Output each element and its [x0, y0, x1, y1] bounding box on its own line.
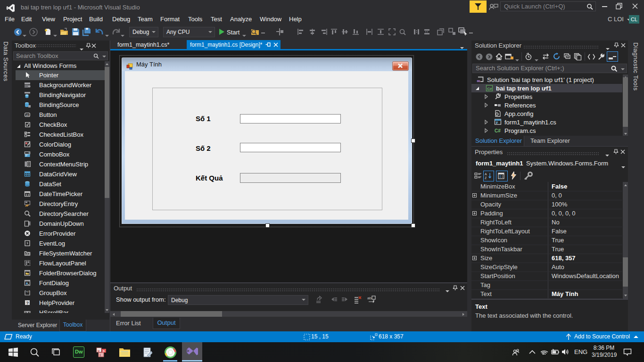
svg-text:n: n — [103, 349, 105, 353]
svg-text:∞: ∞ — [477, 78, 480, 83]
svg-text:u: u — [98, 349, 99, 352]
svg-text:?: ? — [26, 301, 29, 305]
svg-text:A: A — [485, 173, 487, 176]
svg-text:C#: C# — [487, 87, 492, 91]
svg-text:i: i — [100, 354, 101, 357]
svg-text:A: A — [25, 281, 28, 286]
svg-text:ab: ab — [26, 114, 29, 116]
svg-text:ab: ab — [367, 296, 372, 300]
svg-text:Z: Z — [485, 176, 487, 180]
svg-text:C#: C# — [495, 128, 501, 133]
svg-text:xy: xy — [26, 290, 29, 293]
